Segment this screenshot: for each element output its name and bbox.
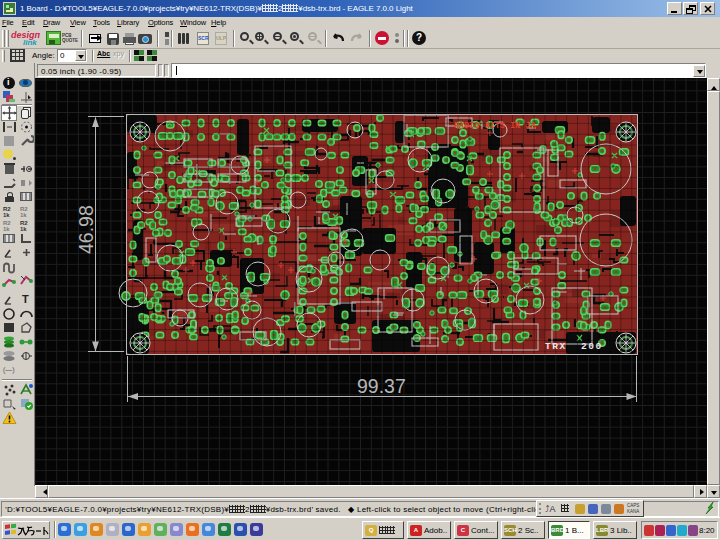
svg-text:RADIO KITS IN JA: RADIO KITS IN JA	[454, 121, 536, 130]
svg-text:46.98: 46.98	[75, 205, 97, 254]
svg-text:TRX 200: TRX 200	[545, 341, 603, 352]
svg-text:99.37: 99.37	[357, 375, 406, 397]
